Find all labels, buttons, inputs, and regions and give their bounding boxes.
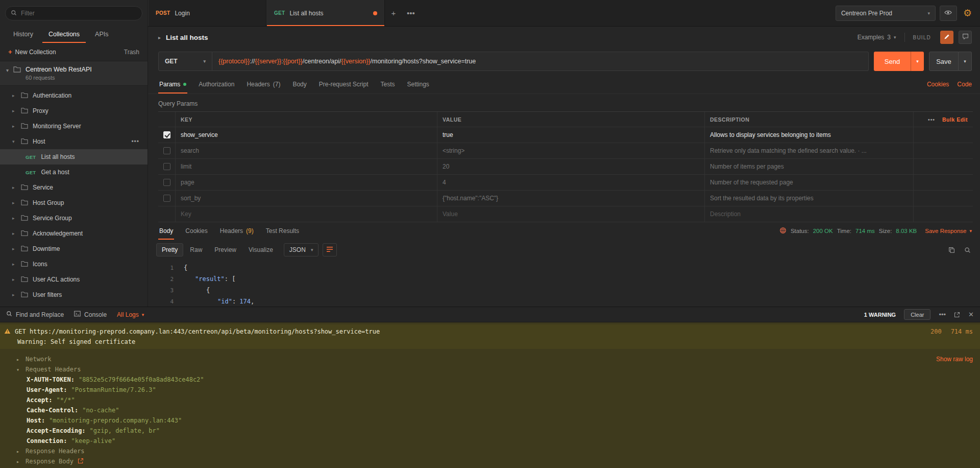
param-key[interactable]: sort_by [176,191,437,206]
param-key[interactable]: search [176,143,437,158]
param-description[interactable]: Retrieve only data matching the defined … [705,143,914,158]
param-description-placeholder[interactable]: Description [705,206,914,222]
external-link-icon[interactable] [78,458,84,465]
console-response-body-section[interactable]: ▸ Response Body [0,456,980,466]
param-value[interactable]: 20 [437,159,705,174]
param-checkbox[interactable] [163,195,170,202]
view-tab-raw[interactable]: Raw [184,243,208,256]
new-collection-button[interactable]: +New Collection [8,48,56,56]
param-value[interactable]: true [437,127,705,143]
code-link[interactable]: Code [957,81,972,88]
copy-icon[interactable] [948,247,955,253]
tab-pre-request-script[interactable]: Pre-request Script [313,75,375,93]
close-console-icon[interactable]: ✕ [968,311,974,318]
tab-apis[interactable]: APIs [89,26,114,43]
method-selector[interactable]: GET ▾ [158,52,212,71]
sidebar-folder-user-filters[interactable]: ▸User filters [0,287,148,302]
save-button[interactable]: Save [929,52,959,71]
tab-tests[interactable]: Tests [374,75,401,93]
param-checkbox[interactable] [163,147,170,154]
param-checkbox-checked[interactable] [163,131,170,138]
console-log-area[interactable]: GET https://monitoring-preprod.company.l… [0,322,980,468]
param-value[interactable]: {"host.name":"ASC"} [437,191,705,206]
tab-body[interactable]: Body [286,75,312,93]
param-key[interactable]: show_service [176,127,437,143]
param-description[interactable]: Number of the requested page [705,175,914,190]
open-in-new-window-icon[interactable] [954,312,960,318]
trash-button[interactable]: Trash [124,49,139,56]
param-key-placeholder[interactable]: Key [176,206,437,222]
tab-authorization[interactable]: Authorization [192,75,240,93]
edit-button[interactable] [940,31,953,44]
console-request-headers-section[interactable]: ▾ Request Headers [0,364,980,375]
tab-history[interactable]: History [7,26,39,43]
sidebar-folder-acknowledgement[interactable]: ▸Acknowledgement [0,226,148,241]
send-options-button[interactable]: ▾ [911,52,924,71]
tab-options-button[interactable]: ••• [402,0,420,26]
sidebar-folder-user-acl-actions[interactable]: ▸User ACL actions [0,272,148,287]
sidebar-folder-proxy[interactable]: ▸Proxy [0,103,148,119]
response-tab-cookies[interactable]: Cookies [179,222,213,240]
param-description[interactable]: Allows to display services belonging to … [705,127,914,143]
tab-collections[interactable]: Collections [42,26,86,43]
sidebar-folder-downtime[interactable]: ▸Downtime [0,241,148,256]
environment-quick-look-button[interactable] [940,6,957,21]
sidebar-folder-authentication[interactable]: ▸Authentication [0,88,148,103]
param-value[interactable]: <string> [437,143,705,158]
tab-headers[interactable]: Headers(7) [240,75,286,93]
filter-box[interactable] [5,6,142,20]
filter-input[interactable] [21,10,137,17]
find-and-replace-button[interactable]: Find and Replace [6,311,64,318]
examples-dropdown[interactable]: Examples 3 ▾ [857,34,896,41]
save-response-button[interactable]: Save Response▾ [925,228,972,234]
param-key[interactable]: page [176,175,437,190]
send-button[interactable]: Send [874,52,911,71]
cookies-link[interactable]: Cookies [927,81,949,88]
tab-settings[interactable]: Settings [401,75,435,93]
param-key[interactable]: limit [176,159,437,174]
sidebar-request-get-a-host[interactable]: GETGet a host [0,165,148,180]
sidebar-folder-monitoring-server[interactable]: ▸Monitoring Server [0,119,148,134]
wrap-lines-button[interactable] [323,243,337,256]
param-checkbox[interactable] [163,163,170,170]
sidebar-folder-host[interactable]: ▾Host••• [0,134,148,149]
param-value[interactable]: 4 [437,175,705,190]
save-options-button[interactable]: ▾ [959,52,972,71]
param-value-placeholder[interactable]: Value [437,206,705,222]
console-options-icon[interactable]: ••• [939,311,946,318]
search-response-icon[interactable] [964,247,971,253]
console-button[interactable]: Console [74,311,107,318]
param-description[interactable]: Sort the resulted data by its properties [705,191,914,206]
log-filter-dropdown[interactable]: All Logs ▾ [117,311,144,318]
table-options-icon[interactable]: ••• [928,116,935,123]
console-request-line[interactable]: GET https://monitoring-preprod.company.l… [0,326,980,337]
request-tab-list-all-hosts[interactable]: GET List all hosts [266,0,385,26]
view-tab-preview[interactable]: Preview [209,243,242,256]
sidebar-folder-service-group[interactable]: ▸Service Group [0,210,148,226]
collection-root[interactable]: ▾ Centreon Web RestAPI 60 requests [0,61,148,86]
bulk-edit-link[interactable]: Bulk Edit [942,116,968,123]
param-checkbox[interactable] [163,179,170,186]
param-description[interactable]: Number of items per pages [705,159,914,174]
language-selector[interactable]: JSON ▾ [284,243,319,256]
response-tab-body[interactable]: Body [153,222,179,240]
network-globe-icon[interactable] [779,227,787,235]
sidebar-folder-service[interactable]: ▸Service [0,180,148,195]
folder-options-icon[interactable]: ••• [131,138,148,145]
view-tab-visualize[interactable]: Visualize [243,243,279,256]
view-tab-pretty[interactable]: Pretty [156,243,183,256]
comment-button[interactable] [959,31,972,44]
response-tab-test-results[interactable]: Test Results [260,222,305,240]
new-tab-button[interactable]: + [385,0,402,26]
console-network-section[interactable]: ▸ Network Show raw log [0,354,980,364]
tab-params[interactable]: Params [153,75,192,93]
environment-selector[interactable]: Centreon Pre Prod ▾ [836,6,936,21]
response-tab-headers[interactable]: Headers(9) [214,222,260,240]
response-body-viewer[interactable]: 1 { 2 "result": [ 3 { 4 "id": 174, [148,260,980,307]
sidebar-folder-host-group[interactable]: ▸Host Group [0,195,148,210]
sidebar-folder-icons[interactable]: ▸Icons [0,256,148,272]
url-input[interactable]: {{protocol}}://{{server}}:{{port}}/centr… [212,52,869,71]
clear-console-button[interactable]: Clear [904,309,930,320]
console-response-headers-section[interactable]: ▸ Response Headers [0,446,980,456]
show-raw-log-link[interactable]: Show raw log [936,356,973,363]
